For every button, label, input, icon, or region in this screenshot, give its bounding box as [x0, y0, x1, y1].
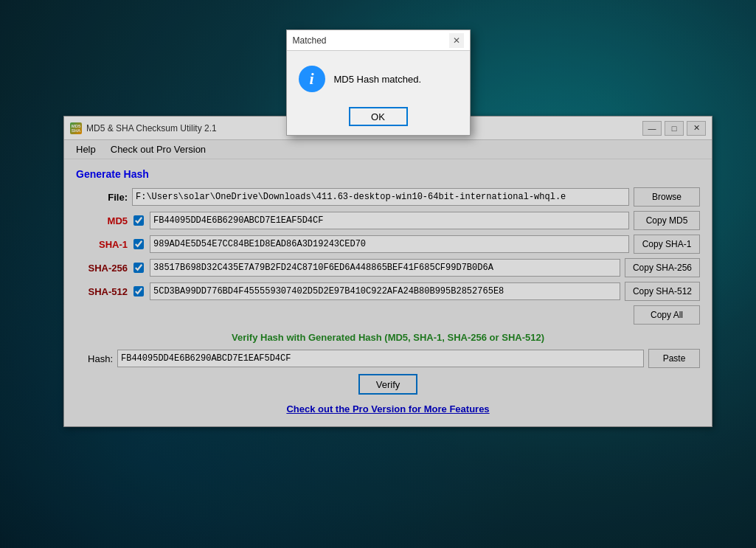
dialog-titlebar: Matched ✕: [287, 30, 470, 51]
dialog-message-row: i MD5 Hash matched.: [299, 66, 458, 92]
dialog-body: i MD5 Hash matched. OK: [287, 51, 470, 135]
info-icon: i: [299, 66, 325, 92]
dialog-message: MD5 Hash matched.: [334, 74, 422, 85]
dialog-close-button[interactable]: ✕: [449, 33, 464, 48]
dialog-overlay: Matched ✕ i MD5 Hash matched. OK: [0, 0, 756, 548]
matched-dialog: Matched ✕ i MD5 Hash matched. OK: [286, 30, 471, 136]
dialog-title: Matched: [293, 35, 449, 46]
dialog-ok-button[interactable]: OK: [349, 107, 408, 126]
